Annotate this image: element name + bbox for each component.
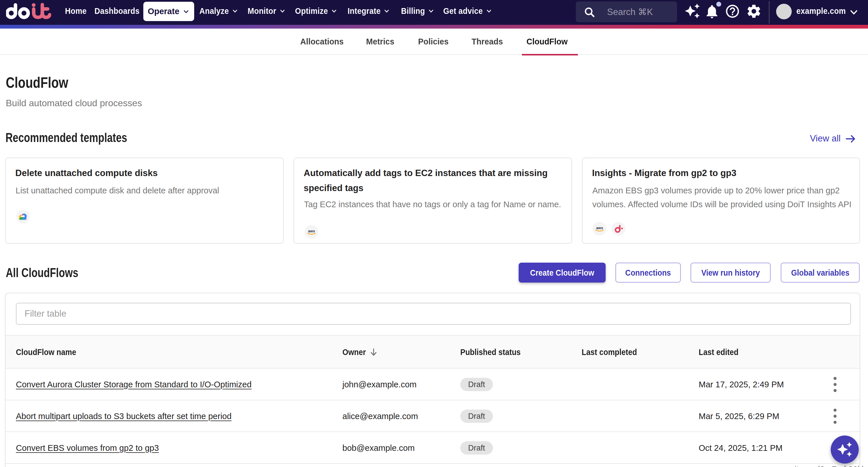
- svg-text:aws: aws: [596, 226, 603, 230]
- svg-text:aws: aws: [308, 229, 315, 233]
